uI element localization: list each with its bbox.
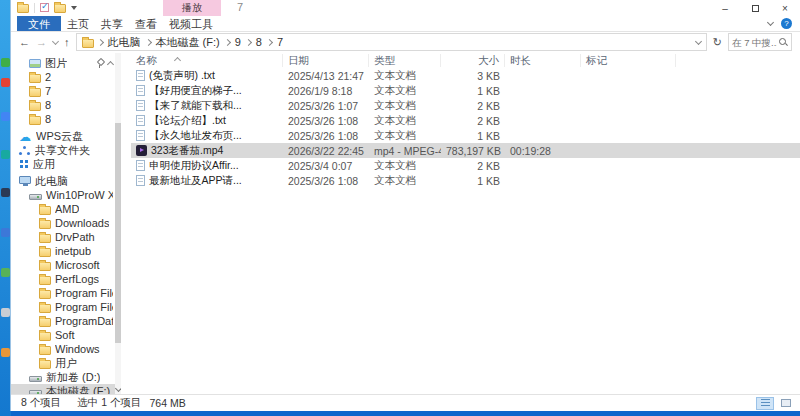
ribbon-tab-home[interactable]: 主页 — [61, 16, 95, 31]
sidebar-item-windows[interactable]: Windows — [11, 342, 121, 356]
folder-icon — [39, 220, 51, 229]
sidebar-item-label: 新加卷 (D:) — [46, 370, 100, 384]
file-row[interactable]: (免责声明) .txt2025/4/13 21:47文本文档3 KB — [131, 68, 800, 83]
forward-button[interactable]: → — [36, 37, 47, 48]
ribbon-tab-view[interactable]: 查看 — [129, 16, 163, 31]
thumbnails-view-icon — [781, 399, 791, 407]
file-type-cell: 文本文档 — [369, 129, 441, 143]
folder-icon — [29, 102, 41, 111]
file-name-cell: 申明使用协议Affir... — [131, 159, 283, 173]
search-input[interactable] — [732, 37, 777, 48]
sidebar-item-this-pc[interactable]: 此电脑 — [11, 174, 121, 188]
folder-icon — [39, 290, 51, 299]
chevron-right-icon — [225, 40, 230, 45]
file-size-cell: 2 KB — [441, 160, 505, 172]
address-bar: ← → ↑ 此电脑本地磁盘 (F:)987 ↻ — [11, 31, 800, 53]
sidebar-item-folder-2[interactable]: 2 — [11, 70, 121, 84]
sidebar-item-inetpub[interactable]: inetpub — [11, 244, 121, 258]
breadcrumb-item[interactable]: 9 — [233, 36, 243, 48]
back-button[interactable]: ← — [19, 37, 30, 48]
ribbon-tab-video-tools[interactable]: 视频工具 — [163, 16, 219, 31]
details-view-button[interactable] — [756, 397, 774, 410]
breadcrumb-item[interactable]: 7 — [275, 36, 285, 48]
sort-ascending-icon — [174, 57, 181, 64]
column-header-1[interactable]: 日期 — [283, 54, 369, 67]
file-row[interactable]: 最新地址及APP请...2025/3/26 1:08文本文档1 KB — [131, 173, 800, 188]
folder-icon — [39, 304, 51, 313]
ribbon-tab-share[interactable]: 共享 — [95, 16, 129, 31]
sidebar-item-soft[interactable]: Soft — [11, 328, 121, 342]
sidebar-item-amd[interactable]: AMD — [11, 202, 121, 216]
breadcrumb-item[interactable]: 此电脑 — [106, 35, 143, 50]
sidebar-item-shared-folder[interactable]: 共享文件夹 — [11, 143, 121, 157]
refresh-icon[interactable]: ↻ — [713, 36, 722, 49]
quick-access-toolbar — [17, 2, 77, 13]
help-icon[interactable]: ? — [781, 18, 792, 29]
file-name-label: (免责声明) .txt — [149, 69, 215, 83]
file-name-label: 申明使用协议Affir... — [149, 159, 239, 173]
sidebar-item-label: 用户 — [55, 356, 77, 370]
column-header-5[interactable]: 标记 — [581, 54, 676, 67]
sidebar-item-downloads[interactable]: Downloads — [11, 216, 121, 230]
breadcrumb-item[interactable]: 本地磁盘 (F:) — [154, 35, 222, 50]
file-row[interactable]: 323老番茄.mp42026/3/22 22:45mp4 - MPEG-4 ..… — [131, 143, 800, 158]
ribbon-tab-file[interactable]: 文件 — [17, 16, 61, 31]
sidebar-item-wps-cloud[interactable]: WPS云盘 — [11, 129, 121, 143]
properties-icon[interactable] — [40, 3, 49, 12]
thumbnails-view-button[interactable] — [777, 397, 795, 410]
desktop-icon — [1, 268, 10, 277]
sidebar-item-program-files[interactable]: Program Files — [11, 286, 121, 300]
sidebar-item-c-drive[interactable]: Win10ProW X64 (C — [11, 188, 121, 202]
sidebar-item-pictures[interactable]: 图片 — [11, 56, 121, 70]
recent-locations-icon[interactable] — [52, 37, 59, 44]
expand-ribbon-icon[interactable] — [767, 19, 774, 26]
column-header-0[interactable]: 名称 — [131, 54, 283, 67]
sidebar-item-folder-8b[interactable]: 8 — [11, 112, 121, 126]
search-icon[interactable] — [779, 38, 788, 47]
sidebar-item-f-drive[interactable]: 本地磁盘 (F:) — [11, 384, 121, 394]
file-row[interactable]: 【来了就能下载和...2025/3/26 1:07文本文档2 KB — [131, 98, 800, 113]
file-row[interactable]: 【论坛介绍】.txt2025/3/26 1:08文本文档2 KB — [131, 113, 800, 128]
customize-caret-icon[interactable] — [71, 6, 77, 10]
text-file-icon — [136, 100, 145, 111]
file-row[interactable]: 申明使用协议Affir...2025/3/4 0:07文本文档2 KB — [131, 158, 800, 173]
file-name-cell: 【好用便宜的梯子... — [131, 84, 283, 98]
minimize-button[interactable]: – — [710, 0, 740, 16]
sidebar-item-label: 8 — [45, 99, 51, 111]
chevron-right-icon — [98, 40, 103, 45]
explorer-app-icon[interactable] — [17, 4, 29, 13]
file-date-cell: 2026/1/9 8:18 — [283, 85, 369, 97]
sidebar-item-drvpath[interactable]: DrvPath — [11, 230, 121, 244]
selection-count: 选中 1 个项目 — [77, 396, 141, 410]
sidebar-item-folder-7[interactable]: 7 — [11, 84, 121, 98]
file-row[interactable]: 【好用便宜的梯子...2026/1/9 8:18文本文档1 KB — [131, 83, 800, 98]
new-folder-icon[interactable] — [54, 4, 66, 13]
sidebar-item-label: 共享文件夹 — [35, 143, 90, 157]
sidebar-item-apps[interactable]: 应用 — [11, 157, 121, 171]
sidebar-item-users[interactable]: 用户 — [11, 356, 121, 370]
desktop-icon — [1, 58, 10, 67]
address-dropdown-icon[interactable] — [695, 37, 702, 44]
breadcrumb-item[interactable]: 8 — [254, 36, 264, 48]
contextual-tab-header[interactable]: 播放 — [163, 0, 221, 16]
maximize-button[interactable] — [740, 0, 770, 16]
text-file-icon — [136, 130, 145, 141]
sidebar-item-perflogs[interactable]: PerfLogs — [11, 272, 121, 286]
sidebar-item-programdata[interactable]: ProgramData — [11, 314, 121, 328]
drive-icon — [29, 194, 42, 200]
file-row[interactable]: 【永久地址发布页...2025/3/26 1:08文本文档1 KB — [131, 128, 800, 143]
column-header-2[interactable]: 类型 — [369, 54, 441, 67]
sidebar-item-d-drive[interactable]: 新加卷 (D:) — [11, 370, 121, 384]
desktop-icon — [1, 228, 10, 237]
up-button[interactable]: ↑ — [64, 37, 70, 48]
sidebar-item-microsoft[interactable]: Microsoft — [11, 258, 121, 272]
file-duration-cell: 00:19:28 — [505, 145, 581, 157]
sidebar-item-folder-8[interactable]: 8 — [11, 98, 121, 112]
address-box[interactable]: 此电脑本地磁盘 (F:)987 — [76, 33, 707, 51]
column-header-3[interactable]: 大小 — [441, 54, 505, 67]
main-content: 图片2788WPS云盘共享文件夹应用此电脑Win10ProW X64 (CAMD… — [11, 53, 800, 394]
chevron-up-icon[interactable] — [107, 61, 114, 68]
close-button[interactable]: × — [770, 0, 800, 16]
column-header-4[interactable]: 时长 — [505, 54, 581, 67]
sidebar-item-program-files-x86[interactable]: Program Files (x8 — [11, 300, 121, 314]
